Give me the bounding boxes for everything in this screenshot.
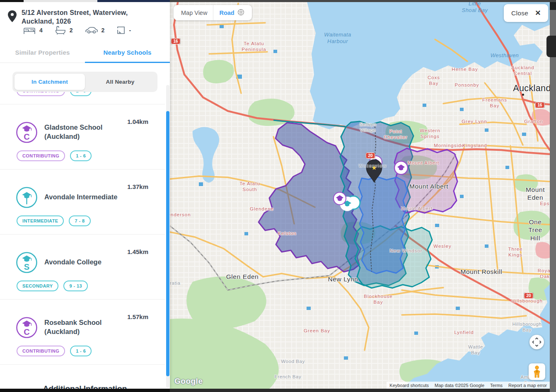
beds-count: 4 xyxy=(39,27,43,34)
beds-feature: 4 xyxy=(23,26,43,34)
school-badge: CONTRIBUTING xyxy=(17,92,65,96)
school-list-item[interactable]: 1.04km C Gladstone School (Auckland) CON… xyxy=(0,104,165,169)
additional-information-heading: Additional Information xyxy=(0,384,170,389)
map-data-copyright: Map data ©2025 Google xyxy=(432,383,487,388)
terms-link[interactable]: Terms xyxy=(487,383,505,388)
school-list-item[interactable]: 0.38km C Waterview School CONTRIBUTING1 … xyxy=(0,92,165,104)
school-badge: CONTRIBUTING xyxy=(17,150,65,161)
close-map-button[interactable]: Close ✕ xyxy=(504,4,548,22)
toggle-in-catchment[interactable]: In Catchment xyxy=(15,74,85,90)
school-list[interactable]: 0.38km C Waterview School CONTRIBUTING1 … xyxy=(0,92,165,389)
school-distance: 1.37km xyxy=(127,183,148,190)
location-pin-icon xyxy=(7,10,17,24)
window-top-strip xyxy=(0,0,556,2)
school-name: Avondale College xyxy=(44,250,127,274)
property-features: 4 2 2 - xyxy=(23,26,131,35)
school-marker-purple-3 xyxy=(334,192,346,205)
school-badges: INTERMEDIATE7 - 8 xyxy=(17,215,91,226)
city-center-dot xyxy=(522,94,524,96)
school-badge: CONTRIBUTING xyxy=(17,346,65,356)
property-header: 5/12 Alverston Street, Waterview, Auckla… xyxy=(0,0,170,63)
car-icon xyxy=(85,27,98,34)
school-badge: 1 - 6 xyxy=(70,150,92,161)
property-sidebar: 5/12 Alverston Street, Waterview, Auckla… xyxy=(0,0,170,389)
school-name: Rosebank School (Auckland) xyxy=(44,315,127,339)
school-type-icon: C xyxy=(16,317,38,339)
cars-count: 2 xyxy=(102,27,105,34)
tab-similar-properties[interactable]: Similar Properties xyxy=(0,46,85,63)
pegman-control[interactable] xyxy=(529,363,545,380)
school-badge: INTERMEDIATE xyxy=(17,215,64,226)
toggle-all-nearby[interactable]: All Nearby xyxy=(85,74,155,90)
close-label: Close xyxy=(511,10,528,17)
report-map-error-link[interactable]: Report a map error xyxy=(505,383,550,388)
road-view-button[interactable]: Road xyxy=(213,5,250,20)
active-tab-underline xyxy=(85,62,170,63)
baths-count: 2 xyxy=(70,27,73,34)
pan-arrows-icon xyxy=(532,337,541,347)
floor-area-icon xyxy=(117,26,125,34)
school-list-item[interactable]: 1.57km C Rosebank School (Auckland) CONT… xyxy=(0,300,165,365)
catchment-zone-center-blue xyxy=(359,177,407,273)
catchment-filter-toggle: In Catchment All Nearby xyxy=(12,72,157,92)
property-address: 5/12 Alverston Street, Waterview, Auckla… xyxy=(22,8,158,26)
school-marker-purple-2 xyxy=(394,161,408,174)
window-right-frame xyxy=(550,0,556,392)
app-window: 5/12 Alverston Street, Waterview, Auckla… xyxy=(0,0,556,392)
globe-icon xyxy=(237,9,244,17)
sidebar-scrollbar[interactable] xyxy=(166,85,169,388)
school-badges: SECONDARY9 - 13 xyxy=(17,281,88,291)
school-badge: 7 - 8 xyxy=(69,215,90,226)
school-list-item[interactable]: 1.45km S Avondale College SECONDARY9 - 1… xyxy=(0,235,165,300)
map-canvas[interactable]: ★ xyxy=(170,0,550,389)
floor-area-feature: - xyxy=(117,26,131,34)
school-badges: CONTRIBUTING1 - 6 xyxy=(17,346,92,356)
cars-feature: 2 xyxy=(85,27,105,34)
bed-icon xyxy=(23,26,36,34)
school-list-item[interactable]: 1.37km Avondale Intermediate INTERMEDIAT… xyxy=(0,169,165,235)
school-type-icon: C xyxy=(16,121,38,143)
map-attribution: Keyboard shortcuts Map data ©2025 Google… xyxy=(387,382,550,389)
tab-nearby-schools[interactable]: Nearby Schools xyxy=(85,46,170,63)
sidebar-scrollbar-thumb[interactable] xyxy=(166,111,169,376)
svg-text:S: S xyxy=(24,262,29,271)
school-type-icon: S xyxy=(16,252,38,273)
school-badges: CONTRIBUTING1 - 6 xyxy=(17,92,92,96)
map-pan-control[interactable] xyxy=(529,335,544,349)
school-badge: 1 - 6 xyxy=(70,92,92,96)
school-badge: 9 - 13 xyxy=(63,281,88,291)
keyboard-shortcuts-link[interactable]: Keyboard shortcuts xyxy=(387,383,432,388)
school-distance: 1.45km xyxy=(127,248,148,255)
school-badge: SECONDARY xyxy=(17,281,58,291)
school-badges: CONTRIBUTING1 - 6 xyxy=(17,150,92,161)
svg-text:C: C xyxy=(24,327,29,336)
map-view-button[interactable]: Map View xyxy=(175,5,213,20)
map-view-toggle: Map View Road xyxy=(174,5,252,20)
school-distance: 1.04km xyxy=(127,118,148,125)
school-type-icon xyxy=(16,186,38,208)
svg-text:C: C xyxy=(24,132,29,141)
window-bottom-frame xyxy=(0,389,550,392)
sidebar-tabs: Similar Properties Nearby Schools xyxy=(0,46,170,63)
close-icon: ✕ xyxy=(535,9,541,17)
baths-feature: 2 xyxy=(55,26,73,35)
pegman-icon xyxy=(532,365,541,378)
school-distance: 1.57km xyxy=(127,313,148,320)
map-panel: ★ Little Shoal BayWaitemata HarbourWesth… xyxy=(170,0,550,389)
floor-area-value: - xyxy=(129,27,131,34)
svg-text:★: ★ xyxy=(371,164,377,171)
school-name: Gladstone School (Auckland) xyxy=(44,120,127,144)
bath-icon xyxy=(55,26,66,35)
google-logo: Google xyxy=(174,377,203,386)
school-badge: 1 - 6 xyxy=(70,346,92,356)
school-name: Avondale Intermediate xyxy=(44,185,127,209)
